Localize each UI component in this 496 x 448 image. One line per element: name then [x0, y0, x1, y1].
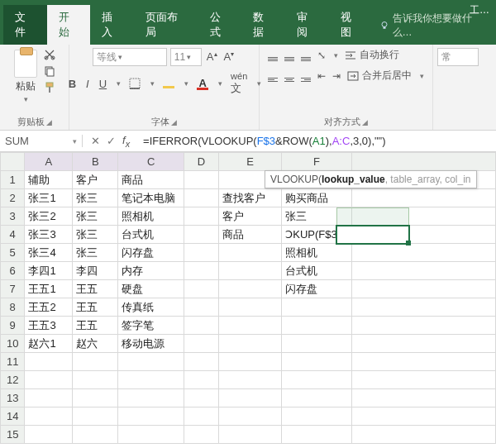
row-header[interactable]: 11: [1, 353, 25, 371]
cell[interactable]: [184, 335, 218, 353]
cell[interactable]: 硬盘: [118, 280, 184, 298]
cell[interactable]: [25, 353, 73, 371]
cell[interactable]: [73, 389, 118, 407]
cell[interactable]: 张三: [282, 207, 352, 226]
cell[interactable]: [351, 244, 495, 262]
cell[interactable]: 张三: [73, 244, 118, 262]
cell[interactable]: 张三2: [25, 207, 73, 226]
number-format-combo[interactable]: 常: [437, 48, 479, 66]
row-header[interactable]: 2: [1, 189, 25, 207]
row-header[interactable]: 10: [1, 335, 25, 353]
cell[interactable]: [184, 280, 218, 298]
tell-me-search[interactable]: 告诉我你想要做什么…: [373, 7, 493, 45]
row-header[interactable]: 15: [1, 426, 25, 444]
cell[interactable]: 移动电源: [118, 335, 184, 353]
increase-font-button[interactable]: A▴: [205, 50, 219, 63]
underline-button[interactable]: U: [98, 78, 108, 90]
cell[interactable]: [282, 317, 352, 335]
cell[interactable]: 照相机: [118, 207, 184, 226]
cell[interactable]: [351, 407, 495, 426]
tab-view[interactable]: 视图: [329, 5, 373, 45]
wrap-text-button[interactable]: 自动换行: [345, 48, 398, 62]
cell[interactable]: [282, 353, 352, 371]
font-family-combo[interactable]: 等线▾: [93, 48, 167, 66]
row-header[interactable]: 12: [1, 371, 25, 389]
cell[interactable]: [184, 244, 218, 262]
row-header[interactable]: 5: [1, 244, 25, 262]
cell[interactable]: [282, 335, 352, 353]
table-row[interactable]: 8王五2王五传真纸: [1, 298, 496, 317]
cell[interactable]: [25, 407, 73, 426]
cell[interactable]: 张三4: [25, 244, 73, 262]
table-row[interactable]: 10赵六1赵六移动电源: [1, 335, 496, 353]
cell[interactable]: [351, 189, 495, 207]
format-painter-button[interactable]: [42, 81, 57, 94]
cell[interactable]: 台式机: [282, 262, 352, 280]
cell[interactable]: 王五1: [25, 280, 73, 298]
table-row[interactable]: 2张三1张三笔记本电脑查找客户购买商品: [1, 189, 496, 207]
cell[interactable]: [218, 244, 281, 262]
cell[interactable]: [218, 335, 281, 353]
cell[interactable]: [25, 426, 73, 444]
align-middle-button[interactable]: [284, 49, 294, 61]
formula-input[interactable]: =IFERROR(VLOOKUP(F$3&ROW(A1),A:C,3,0),""…: [138, 135, 496, 147]
cell[interactable]: [184, 171, 218, 189]
font-size-combo[interactable]: 11▾: [170, 48, 202, 66]
row-header[interactable]: 4: [1, 226, 25, 244]
cell[interactable]: [184, 317, 218, 335]
align-right-button[interactable]: [301, 69, 311, 82]
table-row[interactable]: 3张三2张三照相机客户张三: [1, 207, 496, 226]
dialog-launcher-icon[interactable]: ◢: [46, 118, 52, 126]
decrease-font-button[interactable]: A▾: [222, 50, 236, 63]
cell[interactable]: 张三: [73, 226, 118, 244]
table-row[interactable]: 15: [1, 426, 496, 444]
cell[interactable]: 照相机: [282, 244, 352, 262]
cell[interactable]: 王五3: [25, 317, 73, 335]
align-bottom-button[interactable]: [301, 49, 311, 61]
cell[interactable]: [73, 407, 118, 426]
cell[interactable]: 王五2: [25, 298, 73, 317]
cell[interactable]: 签字笔: [118, 317, 184, 335]
cell[interactable]: [351, 262, 495, 280]
col-header[interactable]: C: [118, 153, 184, 171]
cell[interactable]: [282, 389, 352, 407]
cell[interactable]: [184, 226, 218, 244]
select-all-corner[interactable]: [1, 153, 25, 171]
cell[interactable]: [73, 371, 118, 389]
cancel-formula-button[interactable]: ✕: [91, 135, 100, 147]
row-header[interactable]: 1: [1, 171, 25, 189]
cell[interactable]: 笔记本电脑: [118, 189, 184, 207]
cell[interactable]: 辅助: [25, 171, 73, 189]
cell[interactable]: 赵六: [73, 335, 118, 353]
align-left-button[interactable]: [268, 69, 278, 82]
cell[interactable]: 李四1: [25, 262, 73, 280]
cell[interactable]: [184, 353, 218, 371]
fill-color-button[interactable]: [161, 77, 176, 91]
cell[interactable]: 闪存盘: [118, 244, 184, 262]
cell[interactable]: [218, 389, 281, 407]
cell[interactable]: [351, 389, 495, 407]
cell[interactable]: [218, 407, 281, 426]
tab-data[interactable]: 数据: [241, 5, 285, 45]
paste-button[interactable]: 粘贴 ▾: [12, 48, 39, 105]
spreadsheet-grid[interactable]: A B C D E F 1辅助客户商品2张三1张三笔记本电脑查找客户购买商品3张…: [0, 152, 496, 444]
cell[interactable]: [184, 189, 218, 207]
cell[interactable]: [282, 407, 352, 426]
cell[interactable]: 购买商品: [282, 189, 352, 207]
cell[interactable]: [118, 389, 184, 407]
cell[interactable]: 王五: [73, 317, 118, 335]
dialog-launcher-icon[interactable]: ◢: [362, 118, 368, 126]
dialog-launcher-icon[interactable]: ◢: [171, 118, 177, 126]
tab-formulas[interactable]: 公式: [198, 5, 242, 45]
tab-insert[interactable]: 插入: [90, 5, 134, 45]
spreadsheet-area[interactable]: A B C D E F 1辅助客户商品2张三1张三笔记本电脑查找客户购买商品3张…: [0, 152, 496, 448]
cell[interactable]: [351, 207, 495, 226]
font-color-button[interactable]: A: [195, 77, 210, 90]
table-row[interactable]: 4张三3张三台式机商品ƆKUP(F$3&: [1, 226, 496, 244]
cell[interactable]: 王五: [73, 280, 118, 298]
cell[interactable]: [351, 280, 495, 298]
row-header[interactable]: 13: [1, 389, 25, 407]
cell[interactable]: [218, 262, 281, 280]
cell[interactable]: [282, 426, 352, 444]
row-header[interactable]: 9: [1, 317, 25, 335]
